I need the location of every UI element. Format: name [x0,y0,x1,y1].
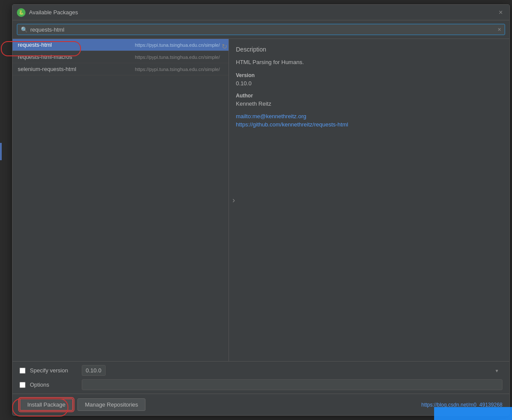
search-input-wrapper: 🔍 × [17,24,505,35]
options-label: Options [30,381,77,388]
specify-version-row: Specify version 0.10.0 [19,365,502,376]
search-input[interactable] [30,26,495,33]
description-title: Description [236,46,502,53]
bottom-options: Specify version 0.10.0 Options [13,361,509,394]
version-select-wrapper: 0.10.0 [82,365,502,376]
description-panel: Description HTML Parsing for Humans. Ver… [229,39,509,361]
left-indicator [0,143,2,160]
package-url: https://pypi.tuna.tsinghua.edu.cn/simple… [135,67,220,72]
manage-repositories-button[interactable]: Manage Repositories [77,398,145,411]
left-panel-wrapper: requests-html https://pypi.tuna.tsinghua… [13,39,229,361]
email-link[interactable]: mailto:me@kennethreitz.org [236,113,502,120]
description-text: HTML Parsing for Humans. [236,59,502,65]
package-name: requests-html-macros [18,54,135,60]
close-button[interactable]: × [496,8,505,17]
specify-version-label: Specify version [30,367,77,374]
package-url: https://pypi.tuna.tsinghua.edu.cn/simple… [135,55,220,60]
package-list: requests-html https://pypi.tuna.tsinghua… [13,39,229,361]
search-bar: 🔍 × [13,20,509,39]
version-select[interactable]: 0.10.0 [82,365,106,376]
author-value: Kenneth Reitz [236,100,502,107]
dialog-title: Available Packages [29,9,78,16]
footer-buttons: Install Package Manage Repositories [19,398,145,411]
search-clear-icon[interactable]: × [498,26,501,33]
specify-version-checkbox[interactable] [19,368,26,374]
package-name: requests-html [18,42,135,48]
version-value: 0.10.0 [236,80,502,87]
package-url: https://pypi.tuna.tsinghua.edu.cn/simple… [135,42,220,48]
author-label: Author [236,93,502,99]
list-item[interactable]: requests-html-macros https://pypi.tuna.t… [13,51,229,63]
options-checkbox[interactable] [19,382,26,388]
available-packages-dialog: 🐍 Available Packages × 🔍 × requests-html… [12,4,510,416]
collapse-panel-icon[interactable]: › [232,196,235,205]
list-item[interactable]: selenium-requests-html https://pypi.tuna… [13,63,229,75]
search-icon: 🔍 [21,26,28,33]
app-icon: 🐍 [17,8,26,17]
refresh-icon[interactable]: ↻ [222,42,227,51]
options-input[interactable] [82,379,502,390]
title-bar-left: 🐍 Available Packages [17,8,78,17]
version-label: Version [236,72,502,78]
title-bar: 🐍 Available Packages × [13,5,509,20]
list-item[interactable]: requests-html https://pypi.tuna.tsinghua… [13,39,229,51]
main-content: requests-html https://pypi.tuna.tsinghua… [13,39,509,361]
options-row: Options [19,379,502,390]
taskbar-hint [434,407,512,420]
github-link[interactable]: https://github.com/kennethreitz/requests… [236,121,502,128]
install-package-button[interactable]: Install Package [19,398,73,411]
package-name: selenium-requests-html [18,66,135,72]
